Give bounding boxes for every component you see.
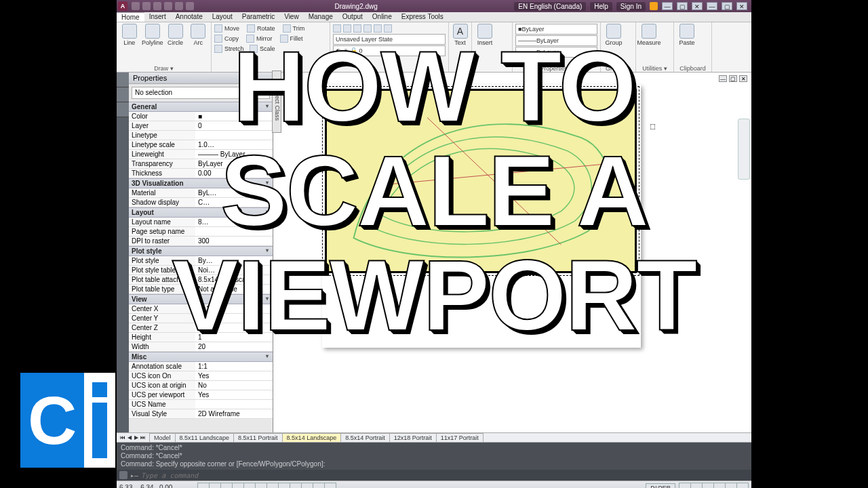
prop-row[interactable]: TransparencyByLayer	[129, 159, 273, 169]
viewport[interactable]	[325, 89, 637, 273]
prop-value[interactable]: 8…	[195, 218, 273, 226]
linetype-combo[interactable]: ——— ByLayer	[515, 47, 597, 58]
prop-row[interactable]: Center X-1.18	[129, 304, 273, 314]
prop-value[interactable]: ——— ByLayer	[195, 150, 273, 159]
tab-online[interactable]: Online	[368, 12, 397, 22]
prop-row[interactable]: Annotation scale1:1	[129, 362, 273, 371]
lwt-toggle[interactable]	[290, 483, 302, 489]
paste-button[interactable]: Paste	[677, 24, 697, 46]
prop-row[interactable]: Lineweight——— ByLayer	[129, 150, 273, 159]
qat-plot-icon[interactable]	[186, 2, 194, 10]
prop-row[interactable]: Linetype	[129, 131, 273, 140]
prop-group[interactable]: Layout	[129, 207, 273, 218]
help-button[interactable]: Help	[590, 2, 612, 11]
layer-combo[interactable]: ◐ ☀ 🔓 0	[333, 45, 446, 56]
prop-value[interactable]: ByL…	[195, 188, 273, 197]
palette-icon[interactable]	[117, 102, 129, 117]
prop-value[interactable]: ByLayer	[195, 159, 273, 168]
tab-home[interactable]: Home	[117, 12, 144, 22]
canvas-min-icon[interactable]: —	[719, 75, 727, 82]
rotate-button[interactable]: Rotate	[257, 25, 275, 32]
layout-tab[interactable]: 8.5x14 Landscape	[282, 433, 342, 442]
language-selector[interactable]: EN English (Canada)	[514, 2, 586, 11]
palette-icon[interactable]	[117, 87, 129, 102]
object-class-tab[interactable]: Object Class	[272, 70, 281, 133]
tab-insert[interactable]: Insert	[144, 12, 171, 22]
paper-model-toggle[interactable]: PAPER	[646, 483, 675, 489]
lineweight-combo[interactable]: ——— ByLayer	[515, 35, 597, 46]
prop-row[interactable]: MaterialByL…	[129, 188, 273, 198]
tab-prev-icon[interactable]: ◀	[126, 434, 133, 441]
prop-value[interactable]	[195, 323, 273, 332]
sign-in-button[interactable]: Sign In	[616, 2, 646, 11]
qat-open-icon[interactable]	[142, 2, 151, 10]
layout-tab[interactable]: 8.5x11 Portrait	[233, 433, 283, 442]
prop-value[interactable]: 0.00	[195, 169, 273, 178]
group-button[interactable]: Group	[604, 24, 624, 46]
prop-row[interactable]: Thickness0.00	[129, 169, 273, 178]
prop-group[interactable]: View	[129, 294, 273, 304]
panel-groups-label[interactable]: Groups ▾	[604, 64, 633, 72]
prop-row[interactable]: UCS icon OnYes	[129, 371, 273, 381]
polar-toggle[interactable]	[232, 483, 244, 489]
tab-manage[interactable]: Manage	[304, 12, 338, 22]
panel-properties-label[interactable]: Properties ▾	[515, 64, 597, 72]
prop-row[interactable]: Width20	[129, 342, 273, 352]
osnap-toggle[interactable]	[243, 483, 256, 489]
prop-value[interactable]: Not available	[195, 285, 273, 293]
panel-utilities-label[interactable]: Utilities ▾	[639, 64, 671, 72]
prop-row[interactable]: Linetype scale1.0…	[129, 140, 273, 150]
color-combo[interactable]: ■ ByLayer	[515, 24, 597, 35]
layer-state-combo[interactable]: Unsaved Layer State	[333, 34, 446, 45]
prop-value[interactable]: -1.18	[195, 304, 273, 313]
prop-value[interactable]: 1	[195, 333, 273, 342]
command-input[interactable]	[141, 472, 749, 479]
status-icon[interactable]	[713, 483, 726, 489]
prop-value[interactable]: Noi…	[195, 266, 273, 274]
prop-row[interactable]: Visual Style2D Wireframe	[129, 409, 273, 419]
prop-row[interactable]: UCS Name	[129, 400, 273, 409]
insert-button[interactable]: Insert	[475, 24, 495, 46]
prop-group[interactable]: General	[129, 102, 273, 112]
prop-value[interactable]: 2D Wireframe	[195, 409, 273, 418]
palette-icon[interactable]	[117, 73, 129, 87]
navigation-bar[interactable]	[738, 119, 750, 180]
prop-row[interactable]: Plot style tableNoi…	[129, 266, 273, 275]
prop-row[interactable]: Height1	[129, 333, 273, 342]
app-icon[interactable]: A	[118, 1, 127, 11]
prop-value[interactable]: -4.…	[195, 314, 273, 323]
command-line[interactable]: ▸―	[117, 470, 751, 481]
status-icon[interactable]	[736, 483, 749, 489]
qat-redo-icon[interactable]	[175, 2, 183, 10]
prop-value[interactable]: 8.5x14 Landscape	[195, 275, 273, 284]
scale-button[interactable]: Scale	[260, 45, 275, 52]
doc-maximize-icon[interactable]: ▢	[722, 2, 732, 10]
tab-parametric[interactable]: Parametric	[237, 12, 279, 22]
quick-access-toolbar[interactable]	[127, 2, 198, 10]
status-icon[interactable]	[725, 483, 737, 489]
prop-value[interactable]	[195, 131, 273, 140]
mirror-button[interactable]: Mirror	[256, 35, 273, 42]
status-icon[interactable]	[690, 483, 703, 489]
prop-row[interactable]: Center Z	[129, 323, 273, 333]
line-button[interactable]: Line	[119, 24, 140, 46]
prop-row[interactable]: Shadow displayC…	[129, 198, 273, 207]
layout-tab[interactable]: Model	[149, 433, 176, 442]
panel-draw-label[interactable]: Draw ▾	[119, 64, 208, 72]
prop-row[interactable]: Center Y-4.…	[129, 314, 273, 323]
drawing-canvas[interactable]: — ▢ ✕ ⬚	[273, 73, 751, 432]
copy-button[interactable]: Copy	[224, 35, 239, 42]
prop-value[interactable]: C…	[195, 198, 273, 207]
prop-value[interactable]: 20	[195, 342, 273, 351]
tab-next-icon[interactable]: ▶	[133, 434, 140, 441]
tab-layout[interactable]: Layout	[208, 12, 237, 22]
ducs-toggle[interactable]	[267, 483, 279, 489]
prop-value[interactable]: 1:1	[195, 362, 273, 371]
prop-value[interactable]	[195, 400, 273, 409]
qat-new-icon[interactable]	[132, 2, 140, 10]
layout-tab[interactable]: 11x17 Portrait	[436, 433, 484, 442]
tab-output[interactable]: Output	[338, 12, 368, 22]
trim-button[interactable]: Trim	[293, 25, 305, 32]
exchange-icon[interactable]	[650, 2, 658, 10]
dyn-toggle[interactable]	[278, 483, 290, 489]
